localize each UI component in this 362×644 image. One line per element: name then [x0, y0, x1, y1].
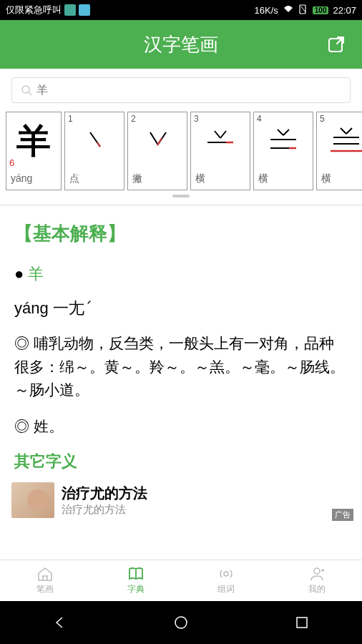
sim-icon — [298, 4, 308, 16]
stroke-card-5[interactable]: 5 横 — [316, 112, 362, 190]
svg-line-19 — [341, 128, 346, 134]
svg-line-9 — [157, 138, 162, 145]
share-button[interactable] — [325, 33, 348, 56]
android-nav-bar — [0, 601, 362, 644]
stroke-name: 横 — [254, 170, 313, 190]
network-speed: 16K/s — [255, 5, 278, 16]
wifi-icon — [283, 5, 294, 16]
stroke-card-4[interactable]: 4 横 — [253, 112, 313, 190]
page-title: 汉字笔画 — [144, 32, 218, 57]
stroke-name: 撇 — [128, 170, 187, 190]
svg-rect-0 — [300, 5, 305, 14]
stroke-card-main[interactable]: 羊 6 yáng — [6, 112, 62, 190]
stroke-name: 横 — [317, 170, 362, 190]
app-icon-2 — [79, 4, 90, 16]
search-input[interactable] — [36, 84, 341, 97]
svg-line-7 — [150, 132, 157, 144]
svg-rect-29 — [297, 618, 307, 628]
svg-line-15 — [283, 130, 289, 135]
headword-line: ● 羊 — [14, 263, 348, 285]
svg-line-6 — [97, 142, 100, 147]
definition-2: ◎ 姓。 — [14, 415, 348, 439]
tab-label: 组词 — [217, 583, 235, 595]
stroke-card-2[interactable]: 2 撇 — [127, 112, 187, 190]
stroke-count: 6 — [9, 157, 14, 168]
stroke-name: 横 — [191, 170, 250, 190]
content-area: 【基本解释】 ● 羊 yáng 一尢ˊ ◎ 哺乳动物，反刍类，一般头上有一对角，… — [0, 208, 362, 478]
main-pinyin: yáng — [6, 170, 61, 188]
book-icon — [127, 566, 145, 582]
svg-line-20 — [346, 128, 352, 134]
app-header: 汉字笔画 — [0, 20, 362, 69]
search-box[interactable] — [11, 77, 351, 103]
person-icon — [308, 566, 326, 582]
tab-wode[interactable]: 我的 — [272, 560, 363, 601]
pinyin-line: yáng 一尢ˊ — [14, 298, 348, 319]
svg-line-14 — [278, 130, 283, 135]
section-title: 【基本解释】 — [14, 221, 348, 246]
tab-label: 我的 — [308, 583, 326, 595]
tab-bihua[interactable]: 笔画 — [0, 560, 91, 601]
tab-label: 字典 — [127, 583, 145, 595]
definition-1: ◎ 哺乳动物，反刍类，一般头上有一对角，品种很多：绵～。黄～。羚～。～羔。～毫。… — [14, 332, 348, 402]
ad-subtitle: 治疗尤的方法 — [62, 503, 351, 517]
ad-title: 治疗尤的方法 — [62, 484, 351, 503]
search-container — [0, 69, 362, 112]
svg-line-11 — [220, 131, 226, 138]
app-icon-1 — [64, 4, 76, 16]
divider — [0, 205, 362, 205]
sub-section-title: 其它字义 — [14, 451, 348, 472]
tab-zidian[interactable]: 字典 — [91, 560, 182, 601]
recent-button[interactable] — [291, 612, 313, 633]
broadcast-icon — [217, 566, 235, 582]
status-text: 仅限紧急呼叫 — [6, 4, 62, 16]
main-character: 羊 — [16, 118, 51, 164]
tab-zuci[interactable]: 组词 — [181, 560, 272, 601]
ad-image — [11, 482, 54, 518]
svg-point-24 — [224, 572, 228, 576]
search-icon — [21, 84, 32, 96]
ad-banner[interactable]: 治疗尤的方法 治疗尤的方法 广告 — [0, 478, 362, 522]
stroke-card-1[interactable]: 1 点 — [64, 112, 124, 190]
tab-label: 笔画 — [36, 583, 54, 595]
home-icon — [36, 566, 54, 582]
home-button[interactable] — [170, 612, 192, 633]
ad-badge: 广告 — [332, 509, 353, 521]
svg-point-3 — [22, 86, 29, 93]
battery-badge: 100 — [313, 6, 329, 14]
strokes-row[interactable]: 羊 6 yáng 1 点 2 撇 3 横 4 横 5 横 — [0, 112, 362, 190]
status-bar: 仅限紧急呼叫 16K/s 100 22:07 — [0, 0, 362, 20]
back-button[interactable] — [49, 612, 71, 633]
svg-line-1 — [301, 6, 305, 12]
svg-point-25 — [314, 568, 320, 574]
svg-point-28 — [175, 617, 187, 628]
scroll-indicator — [0, 190, 362, 202]
headword: 羊 — [28, 265, 44, 283]
svg-line-10 — [215, 131, 220, 138]
stroke-name: 点 — [65, 170, 124, 190]
stroke-card-3[interactable]: 3 横 — [190, 112, 250, 190]
svg-line-4 — [29, 92, 31, 95]
tab-bar: 笔画 字典 组词 我的 — [0, 560, 362, 601]
clock: 22:07 — [333, 5, 356, 16]
